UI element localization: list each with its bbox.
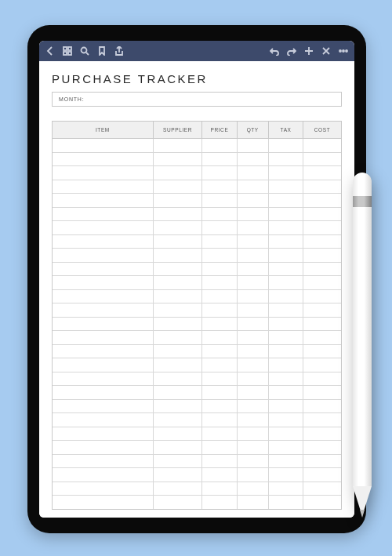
table-cell[interactable]: [53, 441, 154, 454]
table-cell[interactable]: [202, 372, 237, 386]
table-cell[interactable]: [269, 153, 303, 166]
table-row[interactable]: [53, 345, 341, 359]
table-row[interactable]: [53, 139, 341, 153]
table-cell[interactable]: [238, 263, 269, 276]
table-cell[interactable]: [303, 318, 341, 331]
table-cell[interactable]: [303, 331, 341, 344]
table-cell[interactable]: [303, 139, 341, 152]
table-cell[interactable]: [53, 482, 154, 496]
table-cell[interactable]: [154, 303, 203, 317]
add-icon[interactable]: [304, 46, 314, 56]
table-cell[interactable]: [154, 249, 203, 262]
table-cell[interactable]: [154, 441, 203, 454]
table-row[interactable]: [53, 400, 341, 414]
table-cell[interactable]: [154, 194, 203, 207]
table-cell[interactable]: [269, 372, 303, 386]
table-cell[interactable]: [154, 221, 203, 234]
table-cell[interactable]: [238, 139, 269, 152]
table-cell[interactable]: [53, 139, 154, 152]
table-cell[interactable]: [303, 400, 341, 413]
table-cell[interactable]: [238, 303, 269, 317]
table-cell[interactable]: [53, 276, 154, 289]
more-icon[interactable]: [339, 46, 348, 56]
table-cell[interactable]: [154, 386, 203, 399]
close-icon[interactable]: [321, 46, 331, 56]
table-row[interactable]: [53, 318, 341, 332]
table-cell[interactable]: [202, 249, 237, 262]
table-cell[interactable]: [202, 194, 237, 207]
table-cell[interactable]: [269, 496, 303, 509]
table-cell[interactable]: [269, 331, 303, 344]
table-cell[interactable]: [238, 372, 269, 386]
table-cell[interactable]: [202, 496, 237, 509]
table-cell[interactable]: [202, 221, 237, 234]
apps-icon[interactable]: [63, 46, 72, 56]
table-cell[interactable]: [269, 345, 303, 358]
table-cell[interactable]: [154, 276, 203, 289]
table-cell[interactable]: [269, 358, 303, 372]
table-cell[interactable]: [303, 153, 341, 166]
table-cell[interactable]: [202, 208, 237, 221]
table-cell[interactable]: [154, 290, 203, 303]
table-cell[interactable]: [53, 345, 154, 358]
table-cell[interactable]: [53, 194, 154, 207]
table-cell[interactable]: [303, 194, 341, 207]
table-cell[interactable]: [303, 290, 341, 303]
table-cell[interactable]: [238, 441, 269, 454]
table-cell[interactable]: [238, 290, 269, 303]
table-cell[interactable]: [202, 358, 237, 372]
table-cell[interactable]: [154, 455, 203, 468]
table-cell[interactable]: [269, 468, 303, 482]
table-cell[interactable]: [202, 290, 237, 303]
table-cell[interactable]: [202, 441, 237, 454]
table-cell[interactable]: [53, 372, 154, 386]
table-cell[interactable]: [269, 263, 303, 276]
table-cell[interactable]: [53, 386, 154, 399]
table-cell[interactable]: [269, 208, 303, 221]
table-cell[interactable]: [269, 180, 303, 194]
table-cell[interactable]: [238, 413, 269, 427]
table-cell[interactable]: [238, 153, 269, 166]
table-cell[interactable]: [53, 455, 154, 468]
table-cell[interactable]: [202, 345, 237, 358]
table-cell[interactable]: [269, 318, 303, 331]
table-cell[interactable]: [202, 166, 237, 180]
table-cell[interactable]: [202, 303, 237, 317]
search-icon[interactable]: [80, 46, 89, 56]
table-cell[interactable]: [238, 194, 269, 207]
table-row[interactable]: [53, 166, 341, 180]
table-row[interactable]: [53, 358, 341, 372]
table-cell[interactable]: [53, 208, 154, 221]
table-row[interactable]: [53, 263, 341, 277]
table-row[interactable]: [53, 303, 341, 318]
table-row[interactable]: [53, 194, 341, 208]
table-row[interactable]: [53, 372, 341, 387]
table-cell[interactable]: [154, 318, 203, 331]
table-cell[interactable]: [269, 441, 303, 454]
table-cell[interactable]: [269, 139, 303, 152]
table-cell[interactable]: [154, 496, 203, 509]
table-row[interactable]: [53, 153, 341, 167]
table-cell[interactable]: [269, 166, 303, 180]
table-cell[interactable]: [154, 427, 203, 441]
table-row[interactable]: [53, 455, 341, 469]
table-cell[interactable]: [154, 372, 203, 386]
table-cell[interactable]: [53, 221, 154, 234]
table-cell[interactable]: [202, 276, 237, 289]
back-icon[interactable]: [45, 46, 55, 56]
table-cell[interactable]: [154, 208, 203, 221]
table-cell[interactable]: [53, 331, 154, 344]
table-row[interactable]: [53, 331, 341, 345]
table-cell[interactable]: [269, 221, 303, 234]
table-cell[interactable]: [53, 180, 154, 194]
table-cell[interactable]: [53, 235, 154, 249]
table-row[interactable]: [53, 235, 341, 249]
table-cell[interactable]: [238, 276, 269, 289]
table-cell[interactable]: [154, 166, 203, 180]
table-cell[interactable]: [238, 221, 269, 234]
table-cell[interactable]: [303, 235, 341, 249]
table-cell[interactable]: [303, 441, 341, 454]
table-row[interactable]: [53, 496, 341, 509]
table-row[interactable]: [53, 208, 341, 222]
table-cell[interactable]: [202, 180, 237, 194]
